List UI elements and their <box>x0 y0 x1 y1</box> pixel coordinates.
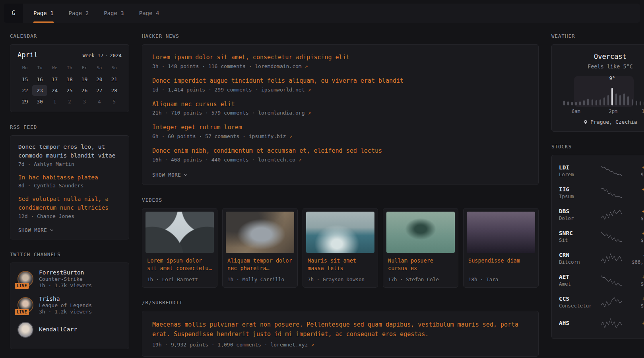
twitch-channel-name: ForrestBurton <box>39 269 92 276</box>
rss-item-title[interactable]: Donec tempor eros leo, ut commodo mauris… <box>18 143 121 160</box>
hacker-news-section-title: HACKER NEWS <box>142 33 539 39</box>
stock-change: +4.35% <box>627 164 644 171</box>
twitch-channel-row[interactable]: LIVE ForrestBurton Counter-Strike 1h · 1… <box>17 269 122 288</box>
hn-item-title[interactable]: Aliquam nec cursus elit <box>152 100 528 109</box>
tab-page-2[interactable]: Page 2 <box>69 4 89 23</box>
videos-widget: VIDEOS Lorem ipsum dolor sit amet consec… <box>142 197 539 288</box>
calendar-day: 21 <box>107 74 122 85</box>
twitch-channel-row[interactable]: LIVE Trisha League of Legends 3h · 1.2k … <box>17 296 122 315</box>
stock-row[interactable]: CRN Bitcorn -1.00% $66,171.48 <box>559 247 644 269</box>
stock-price: $156.28 <box>627 215 644 221</box>
external-link-icon[interactable]: ↗ <box>308 87 311 93</box>
twitch-channel-name: KendallCarr <box>39 326 77 333</box>
twitch-widget: TWITCH CHANNELS LIVE ForrestBurton Count… <box>10 251 129 349</box>
external-link-icon[interactable]: ↗ <box>311 342 314 348</box>
hn-show-more-label: SHOW MORE <box>152 172 181 178</box>
stock-values: +1.36% $148.64 <box>627 230 644 243</box>
stock-symbol: DBS <box>559 208 596 214</box>
calendar-day-header: Th <box>62 63 77 74</box>
video-meta: 7h · Grayson Dawson <box>303 273 378 287</box>
stock-change: +0.51% <box>627 296 644 302</box>
stock-row[interactable]: AHS +0.46% <box>559 313 644 334</box>
stock-row[interactable]: IIG Ipsum +2.84% $42.04 <box>559 182 644 204</box>
weather-time-label: 10pm <box>642 109 644 114</box>
stock-row[interactable]: LDI Lorem +4.35% $795.18 <box>559 160 644 182</box>
rss-item-title[interactable]: In hac habitasse platea <box>18 173 121 182</box>
stock-row[interactable]: SNRC Sit +1.36% $148.64 <box>559 226 644 247</box>
calendar-day: 26 <box>77 85 92 96</box>
twitch-channel-name: Trisha <box>39 296 92 302</box>
stock-row[interactable]: AET Amet +0.92% $499.72 <box>559 269 644 291</box>
page-tabs: Page 1 Page 2 Page 3 Page 4 <box>33 4 159 23</box>
external-link-icon[interactable]: ↗ <box>289 133 292 139</box>
stock-sparkline <box>601 231 622 243</box>
twitch-channel-row[interactable]: LIVE KendallCarr <box>17 322 122 338</box>
external-link-icon[interactable]: ↗ <box>299 157 302 163</box>
topbar: G Page 1 Page 2 Page 3 Page 4 <box>4 4 640 23</box>
twitch-channel-meta: 3h · 1.2k viewers <box>39 309 92 315</box>
subreddit-post-title[interactable]: Maecenas mollis pulvinar erat non posuer… <box>152 320 528 339</box>
hn-item-title[interactable]: Integer eget rutrum lorem <box>152 123 528 132</box>
twitch-section-title: TWITCH CHANNELS <box>10 251 129 257</box>
subreddit-card: Maecenas mollis pulvinar erat non posuer… <box>142 311 539 357</box>
stock-row[interactable]: DBS Dolor +1.42% $156.28 <box>559 204 644 226</box>
video-thumbnail <box>386 212 455 253</box>
rss-item-meta: 8d · Cynthia Saunders <box>18 183 121 189</box>
hn-item-meta: 6h · 60 points · 57 comments · ipsumify.… <box>152 133 528 139</box>
calendar-day: 27 <box>92 85 107 96</box>
hn-item: Donec enim nibh, condimentum et accumsan… <box>152 147 528 163</box>
video-card[interactable]: Aliquam tempor dolor nec pharetra… 1h · … <box>222 208 298 288</box>
weather-section-title: WEATHER <box>551 33 644 39</box>
hn-meta-text: 6h · 60 points · 57 comments · ipsumify.… <box>152 133 286 139</box>
stock-price: $499.72 <box>627 281 644 287</box>
stocks-card: LDI Lorem +4.35% $795.18 IIG Ipsum <box>551 155 644 339</box>
videos-row: Lorem ipsum dolor sit amet consectetu… 1… <box>142 208 539 288</box>
weather-time-label: 6am <box>572 109 580 114</box>
stock-sparkline <box>601 253 622 265</box>
video-meta: 1h · Molly Carrillo <box>223 273 297 287</box>
weather-location: Prague, Czechia <box>560 119 644 125</box>
video-card[interactable]: Mauris sit amet massa felis 7h · Grayson… <box>303 208 378 288</box>
tab-page-1[interactable]: Page 1 <box>33 4 54 23</box>
tab-page-4[interactable]: Page 4 <box>139 4 159 23</box>
calendar-year: 2024 <box>110 53 122 58</box>
hn-meta-text: 1d · 1,414 points · 299 comments · ipsum… <box>152 87 305 93</box>
calendar-day: 28 <box>107 85 122 96</box>
video-card[interactable]: Nullam posuere cursus ex 17h · Stefan Co… <box>383 208 458 288</box>
video-card[interactable]: Lorem ipsum dolor sit amet consectetu… 1… <box>142 208 217 288</box>
hn-item-title[interactable]: Donec enim nibh, condimentum et accumsan… <box>152 147 528 156</box>
stock-change: +0.92% <box>627 274 644 280</box>
weather-time-label: 2pm <box>609 109 618 114</box>
stock-row[interactable]: CCS Consectetur +0.51% $165.84 <box>559 291 644 313</box>
stock-info: SNRC Sit <box>559 230 596 243</box>
calendar-day: 4 <box>92 96 107 107</box>
external-link-icon[interactable]: ↗ <box>305 63 308 69</box>
calendar-day: 25 <box>62 85 77 96</box>
calendar-grid: Mo Tu We Th Fr Sa Su 15 16 17 18 19 20 2… <box>17 63 122 107</box>
stock-info: CRN Bitcorn <box>559 252 596 265</box>
video-meta: 17h · Stefan Cole <box>383 273 458 287</box>
calendar-day-selected: 23 <box>32 85 47 96</box>
video-card[interactable]: Suspendisse diam 18h · Tara <box>463 208 539 288</box>
rss-show-more-button[interactable]: SHOW MORE <box>18 227 53 233</box>
weather-condition: Overcast <box>560 53 644 60</box>
external-link-icon[interactable]: ↗ <box>308 110 311 116</box>
hn-meta-text: 16h · 468 points · 440 comments · loremt… <box>152 157 295 163</box>
calendar-card: April Week 17·2024 Mo Tu We Th Fr Sa Su … <box>10 44 129 112</box>
stock-change: -1.00% <box>627 252 644 258</box>
hn-item-title[interactable]: Donec imperdiet augue tincidunt felis al… <box>152 77 528 86</box>
hn-meta-text: 3h · 148 points · 116 comments · loremdo… <box>152 63 302 69</box>
stock-sparkline <box>601 209 622 221</box>
hn-show-more-button[interactable]: SHOW MORE <box>152 172 187 178</box>
calendar-day: 19 <box>77 74 92 85</box>
hn-item-title[interactable]: Lorem ipsum dolor sit amet, consectetur … <box>152 53 528 62</box>
tab-page-3[interactable]: Page 3 <box>104 4 124 23</box>
twitch-channel-game: Counter-Strike <box>39 276 92 282</box>
rss-item-title[interactable]: Sed volutpat nulla nisl, a condimentum n… <box>18 195 121 212</box>
calendar-day-header: Tu <box>32 63 47 74</box>
hacker-news-widget: HACKER NEWS Lorem ipsum dolor sit amet, … <box>142 33 539 185</box>
stock-sparkline <box>601 274 622 286</box>
hn-item: Aliquam nec cursus elit 21h · 710 points… <box>152 100 528 116</box>
live-badge: LIVE <box>15 283 29 289</box>
stock-info: CCS Consectetur <box>559 296 596 309</box>
